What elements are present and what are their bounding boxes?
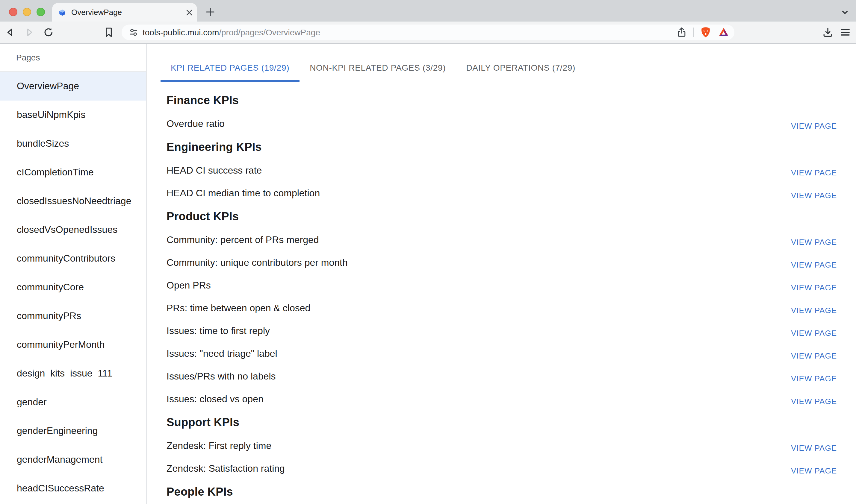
- sidebar-item-communityprs[interactable]: communityPRs: [0, 302, 146, 330]
- view-page-link[interactable]: VIEW PAGE: [791, 121, 837, 130]
- sidebar-item-cicompletiontime[interactable]: cICompletionTime: [0, 158, 146, 187]
- kpi-item-row: Community: unique contributors per month…: [167, 251, 837, 274]
- tab-kpi-related-pages[interactable]: KPI RELATED PAGES (19/29): [160, 53, 299, 82]
- browser-toolbar: tools-public.mui.com/prod/pages/Overview…: [0, 21, 856, 43]
- url-text: tools-public.mui.com/prod/pages/Overview…: [143, 28, 320, 37]
- kpi-item-row: Issues: time to first reply VIEW PAGE: [167, 320, 837, 342]
- forward-button[interactable]: [24, 27, 35, 38]
- view-page-link[interactable]: VIEW PAGE: [791, 397, 837, 406]
- new-tab-button[interactable]: [205, 6, 216, 17]
- view-page-link[interactable]: VIEW PAGE: [791, 283, 837, 292]
- kpi-item-label: Issues: "need triage" label: [167, 348, 277, 359]
- sidebar-item-overviewpage[interactable]: OverviewPage: [0, 72, 146, 101]
- bookmark-icon[interactable]: [104, 27, 114, 38]
- kpi-item-label: PRs: time between open & closed: [167, 303, 310, 314]
- tab-strip: OverviewPage: [0, 0, 856, 21]
- brave-rewards-bat-icon[interactable]: [718, 26, 730, 38]
- browser-window: OverviewPage: [0, 0, 856, 504]
- brave-shields-lion-icon[interactable]: [700, 26, 712, 38]
- section-heading-support-kpis: Support KPIs: [167, 411, 837, 435]
- sidebar-item-communitypermonth[interactable]: communityPerMonth: [0, 330, 146, 359]
- mui-logo-icon: [58, 8, 67, 16]
- kpi-item-label: Issues: time to first reply: [167, 326, 270, 337]
- kpi-item-row: Zendesk: Satisfaction rating VIEW PAGE: [167, 457, 837, 480]
- close-tab-icon[interactable]: [186, 9, 192, 15]
- kpi-item-label: Zendesk: Satisfaction rating: [167, 463, 285, 474]
- reload-button[interactable]: [43, 27, 54, 38]
- url-domain: tools-public.mui.com: [143, 28, 219, 37]
- sidebar-item-communitycore[interactable]: communityCore: [0, 273, 146, 302]
- view-page-link[interactable]: VIEW PAGE: [791, 237, 837, 246]
- category-tabs: KPI RELATED PAGES (19/29) NON-KPI RELATE…: [160, 53, 856, 82]
- sidebar-item-baseuinpmkpis[interactable]: baseUiNpmKpis: [0, 101, 146, 129]
- kpi-item-row: Issues: "need triage" label VIEW PAGE: [167, 342, 837, 365]
- view-page-link[interactable]: VIEW PAGE: [791, 306, 837, 314]
- view-page-link[interactable]: VIEW PAGE: [791, 260, 837, 269]
- sidebar-item-genderengineering[interactable]: genderEngineering: [0, 417, 146, 445]
- sidebar-item-gender[interactable]: gender: [0, 388, 146, 417]
- tab-search-chevron-icon[interactable]: [840, 8, 850, 17]
- tab-title: OverviewPage: [71, 8, 186, 17]
- view-page-link[interactable]: VIEW PAGE: [791, 351, 837, 360]
- pages-sidebar: Pages OverviewPage baseUiNpmKpis bundleS…: [0, 44, 146, 504]
- kpi-item-label: Overdue ratio: [167, 119, 225, 129]
- kpi-item-label: Issues/PRs with no labels: [167, 371, 276, 382]
- main-panel: KPI RELATED PAGES (19/29) NON-KPI RELATE…: [147, 44, 856, 504]
- section-heading-finance-kpis: Finance KPIs: [167, 89, 837, 112]
- kpi-item-row: Zendesk: First reply time VIEW PAGE: [167, 435, 837, 457]
- kpi-item-row: Overdue ratio VIEW PAGE: [167, 112, 837, 135]
- sidebar-item-communitycontributors[interactable]: communityContributors: [0, 244, 146, 273]
- minimize-window-button[interactable]: [23, 8, 31, 16]
- sidebar-item-bundlesizes[interactable]: bundleSizes: [0, 129, 146, 158]
- close-window-button[interactable]: [9, 8, 17, 16]
- kpi-item-label: HEAD CI median time to completion: [167, 188, 320, 199]
- kpi-item-label: Open PRs: [167, 280, 211, 291]
- traffic-lights: [9, 8, 45, 16]
- kpi-item-row: Community: percent of PRs merged VIEW PA…: [167, 229, 837, 251]
- kpi-item-row: HEAD CI median time to completion VIEW P…: [167, 182, 837, 205]
- share-icon[interactable]: [676, 27, 687, 38]
- sidebar-item-closedvsopenedissues[interactable]: closedVsOpenedIssues: [0, 215, 146, 244]
- back-button[interactable]: [5, 27, 16, 38]
- section-heading-engineering-kpis: Engineering KPIs: [167, 135, 837, 159]
- kpi-item-label: Community: percent of PRs merged: [167, 235, 319, 246]
- tab-daily-operations[interactable]: DAILY OPERATIONS (7/29): [456, 53, 586, 82]
- kpi-item-label: Community: unique contributors per month: [167, 257, 348, 268]
- kpi-item-label: HEAD CI success rate: [167, 165, 262, 176]
- view-page-link[interactable]: VIEW PAGE: [791, 443, 837, 452]
- kpi-item-row: Issues/PRs with no labels VIEW PAGE: [167, 365, 837, 388]
- kpi-item-row: Open PRs VIEW PAGE: [167, 274, 837, 297]
- view-page-link[interactable]: VIEW PAGE: [791, 374, 837, 383]
- sidebar-header: Pages: [0, 44, 146, 72]
- tab-non-kpi-related-pages[interactable]: NON-KPI RELATED PAGES (3/29): [299, 53, 456, 82]
- sidebar-item-gendermanagement[interactable]: genderManagement: [0, 445, 146, 474]
- kpi-list: Finance KPIs Overdue ratio VIEW PAGE Eng…: [147, 82, 856, 504]
- section-heading-people-kpis: People KPIs: [167, 480, 837, 504]
- view-page-link[interactable]: VIEW PAGE: [791, 328, 837, 337]
- browser-tab[interactable]: OverviewPage: [52, 3, 197, 21]
- section-heading-product-kpis: Product KPIs: [167, 205, 837, 229]
- kpi-item-row: PRs: time between open & closed VIEW PAG…: [167, 297, 837, 320]
- view-page-link[interactable]: VIEW PAGE: [791, 168, 837, 177]
- toolbar-separator: [693, 28, 694, 37]
- site-settings-tune-icon[interactable]: [129, 28, 138, 37]
- sidebar-item-closedissuesnoneedtriage[interactable]: closedIssuesNoNeedtriage: [0, 187, 146, 215]
- kpi-item-row: Issues: closed vs open VIEW PAGE: [167, 388, 837, 411]
- view-page-link[interactable]: VIEW PAGE: [791, 466, 837, 475]
- view-page-link[interactable]: VIEW PAGE: [791, 191, 837, 200]
- kpi-item-label: Issues: closed vs open: [167, 394, 264, 404]
- download-button[interactable]: [822, 26, 834, 38]
- url-path: /prod/pages/OverviewPage: [219, 28, 320, 37]
- kpi-item-row: HEAD CI success rate VIEW PAGE: [167, 159, 837, 182]
- sidebar-item-headcisuccessrate[interactable]: headCISuccessRate: [0, 474, 146, 503]
- zoom-window-button[interactable]: [37, 8, 45, 16]
- kpi-item-label: Zendesk: First reply time: [167, 440, 272, 451]
- url-bar[interactable]: tools-public.mui.com/prod/pages/Overview…: [122, 24, 734, 40]
- sidebar-item-design-kits-issue-111[interactable]: design_kits_issue_111: [0, 359, 146, 388]
- page-content: Pages OverviewPage baseUiNpmKpis bundleS…: [0, 44, 856, 504]
- menu-hamburger-icon[interactable]: [839, 26, 851, 38]
